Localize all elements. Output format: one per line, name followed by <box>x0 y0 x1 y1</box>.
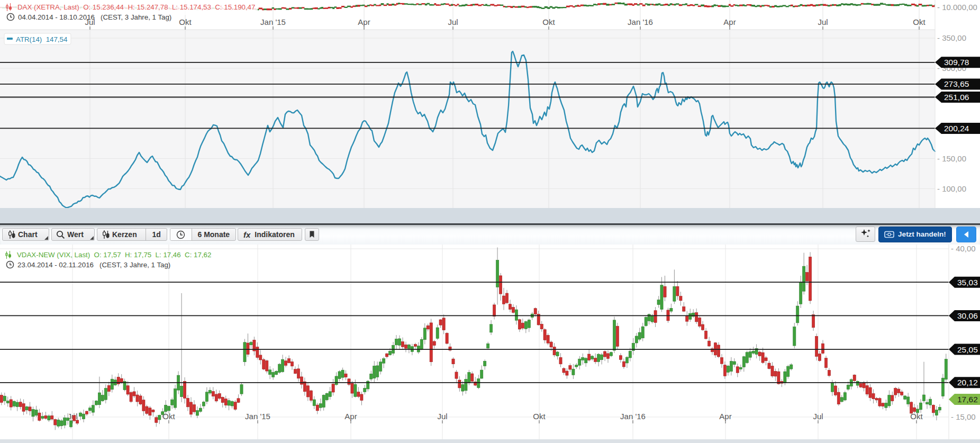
svg-text:DAX (XETRA, Last) O: 15.236,4: DAX (XETRA, Last) O: 15.236,44 H: 15.247… <box>17 3 255 11</box>
svg-text:- 40,00: - 40,00 <box>951 245 976 253</box>
svg-text:- 100,00: - 100,00 <box>937 184 966 193</box>
svg-text:ATR(14) 147,54: ATR(14) 147,54 <box>16 35 67 43</box>
svg-text:Apr: Apr <box>358 17 370 26</box>
svg-text:23.04.2014 - 02.11.2016 (CES: 23.04.2014 - 02.11.2016 (CEST, 3 Jahre, … <box>17 261 170 269</box>
svg-text:200,24: 200,24 <box>944 124 969 133</box>
svg-text:Jan '16: Jan '16 <box>620 412 646 421</box>
svg-text:Jul: Jul <box>813 412 823 421</box>
svg-text:- 15,00: - 15,00 <box>951 412 976 421</box>
svg-text:17,62: 17,62 <box>957 395 978 404</box>
svg-text:309,78: 309,78 <box>944 58 969 67</box>
svg-text:Jul: Jul <box>437 412 447 421</box>
svg-text:251,06: 251,06 <box>944 93 969 102</box>
svg-text:Jan '15: Jan '15 <box>245 412 270 421</box>
svg-text:Jan '15: Jan '15 <box>260 17 286 26</box>
svg-text:Okt: Okt <box>179 17 192 26</box>
svg-text:Apr: Apr <box>344 412 357 421</box>
svg-text:Apr: Apr <box>723 17 736 26</box>
svg-text:Okt: Okt <box>542 17 555 26</box>
svg-text:35,03: 35,03 <box>957 278 978 287</box>
svg-text:04.04.2014 - 18.10.2016 (CES: 04.04.2014 - 18.10.2016 (CEST, 3 Jahre, … <box>18 13 171 21</box>
svg-text:30,06: 30,06 <box>957 311 978 320</box>
svg-text:- 150,00: - 150,00 <box>937 154 966 163</box>
svg-text:273,65: 273,65 <box>944 79 969 88</box>
svg-text:Jan '16: Jan '16 <box>628 17 653 26</box>
svg-text:Apr: Apr <box>719 412 731 421</box>
svg-text:20,12: 20,12 <box>957 378 978 387</box>
svg-text:VDAX-NEW (VIX, Last) O: 17,57: VDAX-NEW (VIX, Last) O: 17,57 H: 17,75 L… <box>17 251 211 259</box>
svg-text:Jul: Jul <box>448 17 458 26</box>
svg-text:- 350,00: - 350,00 <box>937 33 966 42</box>
svg-text:- 10.000,00: - 10.000,00 <box>937 3 977 12</box>
svg-text:Okt: Okt <box>913 17 925 26</box>
svg-text:Okt: Okt <box>533 412 546 421</box>
svg-text:Jul: Jul <box>818 17 828 26</box>
svg-text:25,05: 25,05 <box>957 345 978 354</box>
